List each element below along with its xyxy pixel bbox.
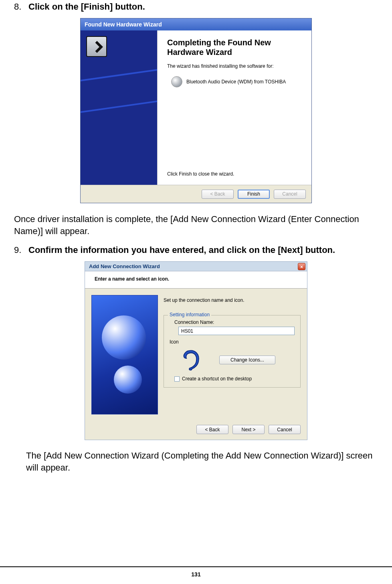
- paragraph: The [Add New Connection Wizard (Completi…: [14, 450, 378, 473]
- dialog-titlebar: Found New Hardware Wizard: [81, 18, 311, 30]
- device-name: Bluetooth Audio Device (WDM) from TOSHIB…: [186, 79, 286, 85]
- headset-icon: [178, 348, 204, 372]
- dialog-titlebar: Add New Connection Wizard ×: [85, 262, 307, 271]
- wizard-sidebar-image: [81, 30, 158, 185]
- back-button[interactable]: < Back: [196, 425, 228, 434]
- create-shortcut-checkbox[interactable]: [174, 376, 180, 382]
- step-number: 8.: [14, 2, 25, 12]
- wizard-heading: Completing the Found New Hardware Wizard: [167, 38, 302, 57]
- dialog-header: Enter a name and select an icon.: [85, 271, 307, 289]
- finish-button[interactable]: Finish: [238, 190, 270, 199]
- step-number: 9.: [14, 245, 25, 255]
- found-new-hardware-dialog: Found New Hardware Wizard Completing the…: [80, 18, 312, 203]
- connection-name-label: Connection Name:: [174, 319, 295, 325]
- add-connection-dialog: Add New Connection Wizard × Enter a name…: [85, 261, 307, 440]
- step-text: Click on the [Finish] button.: [28, 2, 145, 12]
- step-text: Confirm the information you have entered…: [28, 245, 335, 255]
- settings-fieldset: Setting information Connection Name: Ico…: [164, 315, 301, 388]
- change-icons-button[interactable]: Change Icons...: [219, 356, 275, 364]
- instruction-text: Set up the connection name and icon.: [164, 297, 301, 303]
- cancel-button[interactable]: Cancel: [269, 425, 301, 434]
- speaker-icon: [171, 76, 182, 87]
- create-shortcut-label: Create a shortcut on the desktop: [182, 376, 252, 382]
- wizard-sidebar-image: [91, 295, 158, 414]
- icon-label: Icon: [170, 339, 295, 345]
- cancel-button[interactable]: Cancel: [274, 190, 306, 199]
- dialog-footer: < Back Next > Cancel: [85, 421, 307, 440]
- page-number: 131: [0, 566, 392, 578]
- install-icon: [86, 36, 107, 57]
- dialog-title: Add New Connection Wizard: [89, 263, 160, 269]
- dialog-footer: < Back Finish Cancel: [81, 185, 311, 203]
- connection-name-input[interactable]: [178, 327, 295, 335]
- back-button[interactable]: < Back: [202, 190, 234, 199]
- wizard-subtext: The wizard has finished installing the s…: [167, 63, 302, 69]
- close-icon[interactable]: ×: [298, 263, 305, 270]
- fieldset-legend: Setting information: [168, 312, 211, 317]
- next-button[interactable]: Next >: [232, 425, 265, 434]
- paragraph: Once driver installation is complete, th…: [14, 213, 378, 237]
- close-instruction: Click Finish to close the wizard.: [167, 171, 234, 177]
